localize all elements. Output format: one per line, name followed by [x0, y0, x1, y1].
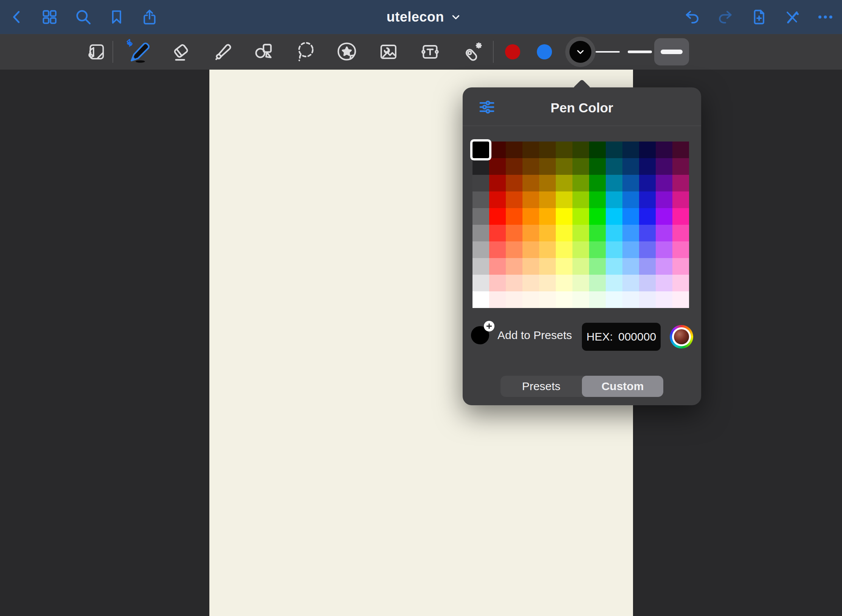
color-swatch[interactable]	[556, 291, 572, 308]
color-swatch[interactable]	[639, 225, 656, 241]
color-swatch[interactable]	[589, 208, 606, 225]
page-scroll-mode-icon[interactable]	[84, 40, 107, 63]
hex-input[interactable]: HEX: 000000	[582, 323, 661, 351]
color-swatch[interactable]	[606, 191, 622, 208]
color-swatch[interactable]	[672, 142, 689, 158]
color-swatch[interactable]	[622, 241, 639, 258]
color-swatch[interactable]	[572, 142, 589, 158]
color-swatch[interactable]	[572, 291, 589, 308]
color-swatch[interactable]	[589, 275, 606, 291]
color-swatch[interactable]	[489, 142, 506, 158]
color-swatch[interactable]	[572, 175, 589, 191]
color-swatch[interactable]	[672, 225, 689, 241]
color-swatch[interactable]	[656, 241, 672, 258]
color-swatch[interactable]	[539, 175, 556, 191]
current-color-button[interactable]	[565, 37, 596, 67]
color-swatch[interactable]	[622, 291, 639, 308]
color-swatch[interactable]	[489, 258, 506, 275]
color-swatch[interactable]	[589, 225, 606, 241]
color-swatch[interactable]	[639, 158, 656, 175]
color-swatch[interactable]	[522, 241, 539, 258]
undo-icon[interactable]	[683, 8, 701, 26]
color-swatch[interactable]	[672, 191, 689, 208]
color-swatch[interactable]	[572, 191, 589, 208]
color-swatch[interactable]	[556, 158, 572, 175]
color-swatch[interactable]	[472, 241, 489, 258]
color-swatch[interactable]	[622, 191, 639, 208]
highlighter-tool-icon[interactable]	[211, 40, 234, 64]
color-swatch[interactable]	[672, 208, 689, 225]
color-swatch[interactable]	[672, 175, 689, 191]
color-swatch[interactable]	[539, 291, 556, 308]
color-swatch[interactable]	[606, 291, 622, 308]
color-swatch[interactable]	[639, 208, 656, 225]
color-preset-blue[interactable]	[537, 44, 552, 59]
color-swatch[interactable]	[606, 275, 622, 291]
thickness-thin[interactable]	[596, 51, 620, 53]
color-swatch[interactable]	[489, 225, 506, 241]
color-swatch[interactable]	[656, 258, 672, 275]
color-swatch[interactable]	[656, 208, 672, 225]
color-swatch[interactable]	[672, 258, 689, 275]
color-swatch[interactable]	[522, 191, 539, 208]
color-swatch[interactable]	[639, 258, 656, 275]
color-swatch[interactable]	[506, 208, 522, 225]
color-swatch[interactable]	[639, 142, 656, 158]
color-swatch[interactable]	[589, 241, 606, 258]
color-swatch[interactable]	[672, 275, 689, 291]
color-swatch[interactable]	[622, 158, 639, 175]
color-swatch[interactable]	[539, 275, 556, 291]
color-swatch[interactable]	[522, 158, 539, 175]
color-swatch[interactable]	[506, 275, 522, 291]
color-swatch[interactable]	[589, 158, 606, 175]
color-swatch[interactable]	[672, 158, 689, 175]
color-swatch[interactable]	[556, 142, 572, 158]
color-swatch[interactable]	[539, 258, 556, 275]
color-swatch[interactable]	[472, 158, 489, 175]
share-icon[interactable]	[141, 8, 158, 26]
color-swatch[interactable]	[589, 191, 606, 208]
color-swatch[interactable]	[589, 258, 606, 275]
color-swatch[interactable]	[472, 142, 489, 158]
color-swatch[interactable]	[506, 258, 522, 275]
color-swatch[interactable]	[506, 158, 522, 175]
color-wheel-icon[interactable]	[670, 325, 693, 348]
redo-icon[interactable]	[717, 8, 734, 26]
color-swatch[interactable]	[589, 175, 606, 191]
color-swatch[interactable]	[639, 175, 656, 191]
color-swatch[interactable]	[472, 275, 489, 291]
color-swatch[interactable]	[656, 142, 672, 158]
lasso-tool-icon[interactable]	[294, 40, 317, 64]
color-swatch[interactable]	[639, 191, 656, 208]
color-swatch[interactable]	[556, 258, 572, 275]
document-title-menu[interactable]: utelecon	[387, 9, 461, 25]
color-swatch[interactable]	[556, 241, 572, 258]
color-swatch[interactable]	[572, 208, 589, 225]
image-tool-icon[interactable]	[377, 40, 400, 64]
color-swatch[interactable]	[656, 191, 672, 208]
color-swatch[interactable]	[572, 241, 589, 258]
color-swatch[interactable]	[589, 291, 606, 308]
color-swatch[interactable]	[556, 191, 572, 208]
text-tool-icon[interactable]	[418, 40, 442, 64]
color-swatch[interactable]	[656, 175, 672, 191]
color-swatch[interactable]	[489, 241, 506, 258]
tab-presets[interactable]: Presets	[501, 376, 582, 397]
back-icon[interactable]	[9, 9, 25, 25]
color-swatch[interactable]	[639, 275, 656, 291]
color-swatch[interactable]	[539, 208, 556, 225]
color-swatch[interactable]	[539, 241, 556, 258]
laser-pointer-tool-icon[interactable]	[460, 40, 484, 64]
thumbnails-grid-icon[interactable]	[41, 8, 58, 26]
color-swatch[interactable]	[606, 208, 622, 225]
color-swatch[interactable]	[572, 225, 589, 241]
color-swatch[interactable]	[522, 208, 539, 225]
search-icon[interactable]	[74, 8, 92, 26]
color-swatch[interactable]	[606, 258, 622, 275]
color-swatch[interactable]	[539, 158, 556, 175]
color-swatch[interactable]	[472, 225, 489, 241]
color-swatch[interactable]	[639, 241, 656, 258]
tab-custom[interactable]: Custom	[582, 376, 663, 397]
thickness-thick[interactable]	[661, 50, 683, 54]
color-swatch[interactable]	[522, 291, 539, 308]
